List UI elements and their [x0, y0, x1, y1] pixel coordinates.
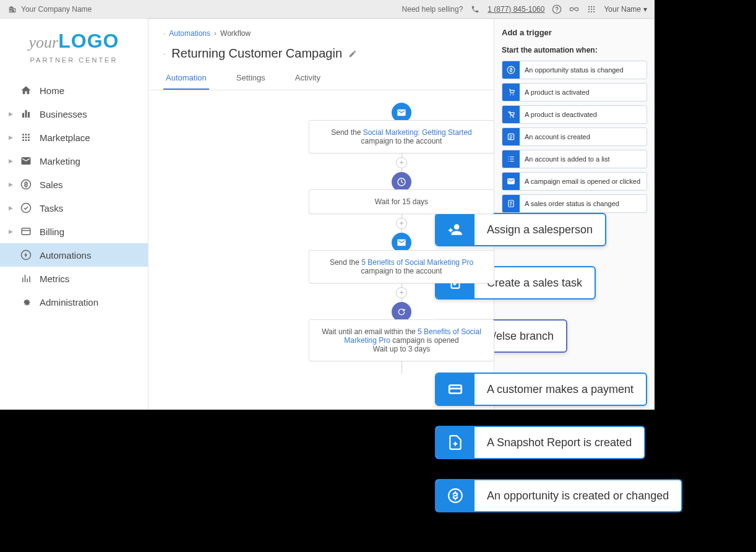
- action-label: Assign a salesperson: [475, 223, 605, 236]
- account-icon: [502, 128, 520, 145]
- sidebar-item-label: Billing: [40, 226, 64, 237]
- topbar: Your Company Name Need help selling? 1 (…: [0, 0, 655, 19]
- sidebar: yourLOGO PARTNER CENTER Home ▶ Businesse…: [0, 19, 148, 410]
- svg-point-13: [28, 134, 30, 136]
- chevron-icon: ▶: [9, 228, 12, 235]
- logo-block: yourLOGO PARTNER CENTER: [0, 19, 148, 71]
- tab-settings[interactable]: Settings: [234, 68, 268, 90]
- trigger-option[interactable]: A product is activated: [502, 83, 647, 101]
- breadcrumb-current: Workflow: [220, 29, 251, 38]
- trigger-label: A product is activated: [520, 88, 595, 96]
- svg-point-10: [593, 11, 595, 12]
- trigger-label: An opportunity status is changed: [520, 66, 629, 74]
- sidebar-item-home[interactable]: Home: [0, 79, 148, 102]
- svg-point-4: [593, 6, 595, 7]
- trigger-option[interactable]: An account is created: [502, 127, 647, 146]
- sidebar-item-tasks[interactable]: ▶ Tasks: [0, 196, 148, 220]
- bolt-icon: [20, 249, 32, 261]
- panel-subtitle: Start the automation when:: [502, 46, 647, 54]
- edit-icon[interactable]: [348, 50, 357, 58]
- tab-automation[interactable]: Automation: [163, 68, 209, 90]
- grid-icon: [20, 132, 32, 143]
- trigger-label: An account is created: [520, 133, 595, 140]
- sidebar-item-metrics[interactable]: Metrics: [0, 267, 148, 290]
- gear-icon: [20, 296, 32, 308]
- sidebar-item-label: Marketplace: [40, 132, 90, 143]
- chevron-down-icon: ▾: [643, 5, 647, 14]
- building-icon: [7, 4, 17, 14]
- svg-point-11: [22, 134, 24, 136]
- phone-icon: [470, 4, 480, 14]
- svg-point-28: [510, 116, 511, 118]
- trigger-option[interactable]: A campaign email is opened or clicked: [502, 172, 647, 191]
- action-option[interactable]: A Snapshot Report is created: [435, 426, 645, 459]
- chevron-icon: ▶: [9, 134, 12, 140]
- phone-number[interactable]: 1 (877) 845-1060: [488, 5, 544, 14]
- chevron-icon: ▶: [9, 205, 12, 211]
- person-add-icon: [436, 214, 475, 245]
- sidebar-item-automations[interactable]: Automations: [0, 243, 148, 267]
- trigger-option[interactable]: An opportunity status is changed: [502, 61, 647, 79]
- svg-point-2: [588, 6, 590, 7]
- svg-point-7: [593, 8, 595, 9]
- svg-point-19: [28, 139, 30, 141]
- dollar-icon: [20, 179, 32, 190]
- chevron-icon: ▶: [9, 181, 12, 188]
- trigger-label: A product is deactivated: [520, 111, 602, 118]
- sidebar-item-administration[interactable]: Administration: [0, 290, 148, 314]
- flow-step-card[interactable]: Wait for 15 days: [309, 189, 494, 214]
- dollar-icon: [436, 480, 475, 511]
- chevron-icon: ▶: [9, 158, 12, 164]
- chevron-icon: ▶: [9, 111, 12, 117]
- logo-subtitle: PARTNER CENTER: [12, 56, 135, 64]
- logo-logo: LOGO: [58, 30, 119, 52]
- action-option[interactable]: A customer makes a payment: [435, 373, 647, 406]
- svg-point-17: [22, 139, 24, 141]
- svg-point-6: [591, 8, 592, 9]
- infinity-icon[interactable]: [569, 4, 579, 14]
- sidebar-item-label: Metrics: [40, 274, 69, 284]
- svg-rect-22: [22, 228, 30, 235]
- svg-point-27: [513, 94, 514, 95]
- breadcrumb-sep: ›: [214, 29, 217, 38]
- help-icon[interactable]: [552, 4, 562, 14]
- breadcrumb-item[interactable]: Automations: [169, 29, 210, 38]
- action-label: An opportunity is created or changed: [475, 489, 681, 502]
- dollar-icon: [502, 61, 520, 79]
- sidebar-item-label: Home: [40, 85, 64, 96]
- trigger-option[interactable]: An account is added to a list: [502, 150, 647, 168]
- trigger-option[interactable]: A product is deactivated: [502, 105, 647, 124]
- svg-point-3: [591, 6, 592, 7]
- action-option[interactable]: Assign a salesperson: [435, 213, 606, 246]
- sidebar-item-sales[interactable]: ▶ Sales: [0, 173, 148, 196]
- trigger-option[interactable]: A sales order status is changed: [502, 194, 647, 213]
- tab-activity[interactable]: Activity: [293, 68, 323, 90]
- flow-step-card[interactable]: Wait until an email within the 5 Benefit…: [309, 319, 494, 361]
- sidebar-item-label: Tasks: [40, 203, 63, 213]
- svg-point-9: [591, 11, 592, 12]
- action-option[interactable]: An opportunity is created or changed: [435, 479, 682, 512]
- svg-point-16: [28, 137, 30, 139]
- sidebar-item-label: Marketing: [40, 156, 80, 166]
- sidebar-item-marketplace[interactable]: ▶ Marketplace: [0, 126, 148, 149]
- add-step-button[interactable]: +: [396, 157, 407, 168]
- svg-point-26: [510, 94, 511, 95]
- billing-icon: [20, 226, 32, 237]
- user-menu[interactable]: Your Name ▾: [604, 5, 647, 14]
- sidebar-item-billing[interactable]: ▶ Billing: [0, 220, 148, 243]
- flow-step-card[interactable]: Send the 5 Benefits of Social Marketing …: [309, 250, 494, 283]
- add-step-button[interactable]: +: [396, 218, 407, 229]
- sidebar-item-marketing[interactable]: ▶ Marketing: [0, 149, 148, 173]
- sidebar-item-businesses[interactable]: ▶ Businesses: [0, 102, 148, 126]
- svg-point-15: [25, 137, 27, 139]
- apps-icon[interactable]: [586, 4, 596, 14]
- sidebar-item-label: Administration: [40, 297, 98, 308]
- logo-your: your: [29, 33, 59, 51]
- order-icon: [502, 195, 520, 212]
- breadcrumb-dot: ·: [163, 29, 165, 38]
- svg-point-1: [557, 11, 557, 11]
- action-label: A customer makes a payment: [475, 383, 646, 396]
- sidebar-nav: Home ▶ Businesses ▶ Marketplace ▶ Market…: [0, 79, 148, 314]
- flow-step-card[interactable]: Send the Social Marketing: Getting Start…: [309, 120, 494, 153]
- add-step-button[interactable]: +: [396, 287, 407, 298]
